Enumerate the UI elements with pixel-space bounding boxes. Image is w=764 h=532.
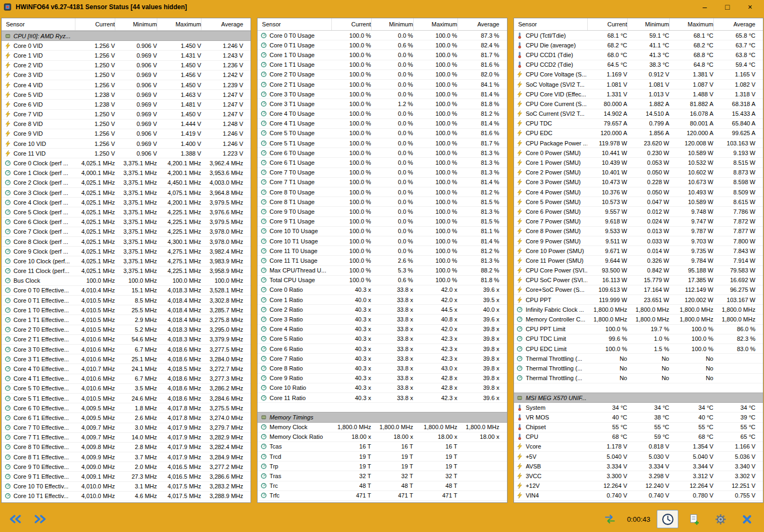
sensor-row[interactable]: Vcore1.178 V0.818 V1.354 V1.166 V <box>514 442 763 452</box>
sensor-row[interactable]: CPU Die (average)68.2 °C41.1 °C68.2 °C63… <box>514 40 763 50</box>
sensor-row[interactable]: CPU Core Power (SVI...93.500 W0.842 W95.… <box>514 266 763 276</box>
sensor-row[interactable]: Trcd19 T19 T19 T <box>258 452 506 461</box>
sensor-row[interactable]: Core 5 T0 Effective...4,010.6 MHz3.5 MHz… <box>2 384 251 394</box>
sensor-row[interactable]: Core 11 Ratio40.3 x33.8 x42.3 x39.6 x <box>258 393 506 403</box>
sensor-row[interactable]: Core 0 T0 Effective...4,010.4 MHz15.1 MH… <box>2 286 251 296</box>
sensor-row[interactable]: Core 1 T0 Usage100.0 %0.0 %100.0 %81.7 % <box>258 50 506 60</box>
sensor-row[interactable]: Core 11 Power (SMU)9.644 W0.326 W9.784 W… <box>514 256 763 265</box>
sensor-row[interactable]: Core 2 Ratio40.3 x33.8 x44.5 x40.0 x <box>258 305 506 314</box>
sensor-row[interactable]: Core 4 T0 Effective...4,010.7 MHz24.1 MH… <box>2 364 251 374</box>
sensor-row[interactable]: Memory Clock1,800.0 MHz1,800.0 MHz1,800.… <box>258 423 506 432</box>
sensor-row[interactable]: Core 1 Ratio40.0 x33.8 x42.0 x39.5 x <box>258 295 506 305</box>
section-header-row[interactable]: Memory Timings <box>258 412 506 422</box>
sensor-row[interactable]: Command Rate1 T1 T1 T <box>258 501 506 502</box>
sensor-row[interactable]: Trc48 T48 T48 T <box>258 481 506 491</box>
sensor-row[interactable]: Max CPU/Thread U...100.0 %5.3 %100.0 %88… <box>258 266 506 276</box>
sensor-row[interactable]: Total CPU Usage100.0 %0.6 %100.0 %81.8 % <box>258 276 506 285</box>
sensor-row[interactable]: Core 9 Ratio40.3 x33.8 x42.8 x39.8 x <box>258 374 506 383</box>
sensor-row[interactable]: CPU PPT119.999 W23.651 W120.002 W103.167… <box>514 295 763 305</box>
sensor-row[interactable]: Core 10 Power (SMU)9.671 W0.014 W9.735 W… <box>514 246 763 256</box>
sensor-row[interactable]: Thermal Throttling (...NoNoNo <box>514 374 763 383</box>
sensor-row[interactable]: Core 0 Power (SMU)10.441 W0.230 W10.589 … <box>514 148 763 158</box>
clock-button[interactable] <box>657 510 678 528</box>
sensor-row[interactable]: Memory Controller C...1,800.0 MHz1,800.0… <box>514 314 763 324</box>
sensor-row[interactable]: Core 7 T0 Effective...4,009.7 MHz3.0 MHz… <box>2 423 251 433</box>
sensor-row[interactable]: Core 11 T0 Effectiv...4,010.0 MHz63.2 MH… <box>2 501 251 502</box>
sensor-row[interactable]: Chipset55 °C55 °C55 °C55 °C <box>514 423 763 432</box>
sensor-row[interactable]: Core 0 Ratio40.3 x33.8 x42.0 x39.6 x <box>258 285 506 295</box>
sensor-row[interactable]: Tcas16 T16 T16 T <box>258 442 506 452</box>
sensor-row[interactable]: SoC Voltage (SVI2 T...1.081 V1.081 V1.08… <box>514 80 763 89</box>
sensor-row[interactable]: Core 4 Clock (perf ...4,025.1 MHz3,375.1… <box>2 198 251 207</box>
sensor-row[interactable]: Core 9 T1 Usage100.0 %0.0 %100.0 %81.5 % <box>258 217 506 227</box>
sensor-row[interactable]: Core 1 T1 Usage100.0 %0.0 %100.0 %81.6 % <box>258 60 506 70</box>
sensor-row[interactable]: CPU TDC79.657 A0.799 A80.001 A65.840 A <box>514 119 763 129</box>
sensor-row[interactable]: Core 11 Clock (perf...4,025.1 MHz3,375.1… <box>2 267 251 276</box>
sensor-row[interactable]: Core 3 T1 Usage100.0 %1.2 %100.0 %81.8 % <box>258 99 506 109</box>
sensor-row[interactable]: Trp19 T19 T19 T <box>258 461 506 471</box>
titlebar[interactable]: HWiNFO64 v6.27-4181 Sensor Status [44 va… <box>0 0 764 14</box>
sensor-row[interactable]: 3VSB3.334 V3.334 V3.334 V3.334 V <box>514 501 763 502</box>
sensor-row[interactable]: CPU EDC Limit100.0 %1.5 %100.0 %83.0 % <box>514 344 763 354</box>
section-header-row[interactable]: MSI MEG X570 UNIF... <box>514 393 763 403</box>
sensor-row[interactable]: Core 7 T1 Effective...4,009.7 MHz14.0 MH… <box>2 433 251 443</box>
sensor-row[interactable]: Core 7 Power (SMU)9.618 W0.024 W9.747 W7… <box>514 217 763 227</box>
sensor-row[interactable]: Core 0 VID1.256 V0.906 V1.450 V1.246 V <box>2 41 251 51</box>
sensor-row[interactable]: Core 3 T0 Effective...4,010.6 MHz6.7 MHz… <box>2 345 251 354</box>
sensor-row[interactable]: Core 8 T1 Usage100.0 %0.0 %100.0 %81.5 % <box>258 197 506 207</box>
sensor-row[interactable]: Bus Clock100.0 MHz100.0 MHz100.0 MHz100.… <box>2 276 251 286</box>
sensor-row[interactable]: Core 1 VID1.256 V0.969 V1.431 V1.243 V <box>2 51 251 60</box>
sensor-row[interactable]: Core 7 T1 Usage100.0 %0.0 %100.0 %81.4 % <box>258 178 506 187</box>
sensor-row[interactable]: Core 4 VID1.256 V0.906 V1.450 V1.239 V <box>2 80 251 90</box>
sensor-row[interactable]: CPU Core Voltage (S...1.169 V0.912 V1.38… <box>514 70 763 80</box>
sensor-row[interactable]: Core 10 T1 Effectiv...4,010.0 MHz4.6 MHz… <box>2 492 251 501</box>
sensor-row[interactable]: Core 9 T0 Usage100.0 %0.0 %100.0 %81.3 % <box>258 207 506 216</box>
sensor-row[interactable]: Core 7 Ratio40.3 x33.8 x42.3 x39.8 x <box>258 354 506 363</box>
sensor-row[interactable]: Core 7 VID1.250 V0.969 V1.450 V1.247 V <box>2 110 251 120</box>
sensor-row[interactable]: Core 6 T1 Usage100.0 %0.0 %100.0 %81.3 % <box>258 158 506 167</box>
sensor-row[interactable]: Core 0 T1 Usage100.0 %0.6 %100.0 %82.4 % <box>258 40 506 50</box>
sensor-row[interactable]: VIN40.740 V0.740 V0.780 V0.755 V <box>514 491 763 501</box>
sensor-row[interactable]: Core 0 Clock (perf ...4,025.1 MHz3,375.1… <box>2 158 251 168</box>
sensor-row[interactable]: Core 5 T1 Usage100.0 %0.0 %100.0 %81.7 % <box>258 138 506 148</box>
sensor-row[interactable]: AVSB3.334 V3.334 V3.344 V3.340 V <box>514 461 763 471</box>
sensor-row[interactable]: Core 2 T1 Effective...4,010.6 MHz54.6 MH… <box>2 335 251 345</box>
sensor-row[interactable]: Core 4 Ratio40.3 x33.8 x42.0 x39.8 x <box>258 325 506 334</box>
sensor-row[interactable]: Core 5 VID1.238 V0.969 V1.463 V1.247 V <box>2 90 251 100</box>
sensor-row[interactable]: Core 0 T0 Usage100.0 %0.0 %100.0 %87.3 % <box>258 31 506 40</box>
sensor-row[interactable]: Core 5 T0 Usage100.0 %0.0 %100.0 %81.6 % <box>258 129 506 138</box>
sensor-row[interactable]: Core 8 Ratio40.3 x33.8 x43.0 x39.8 x <box>258 363 506 373</box>
sensor-row[interactable]: Core 4 T1 Effective...4,010.6 MHz6.7 MHz… <box>2 374 251 384</box>
sensor-row[interactable]: Core 10 T0 Effectiv...4,010.0 MHz3.1 MHz… <box>2 482 251 492</box>
logging-button[interactable] <box>683 510 705 528</box>
sensor-row[interactable]: Core 8 T1 Effective...4,009.9 MHz3.7 MHz… <box>2 452 251 462</box>
sensor-row[interactable]: Core 11 T0 Usage100.0 %0.0 %100.0 %81.2 … <box>258 246 506 256</box>
sensor-row[interactable]: Core 1 Power (SMU)10.439 W0.053 W10.532 … <box>514 158 763 167</box>
collapse-columns-button[interactable] <box>4 510 26 528</box>
sensor-row[interactable]: Thermal Throttling (...NoNoNo <box>514 363 763 373</box>
sensor-row[interactable]: Memory Clock Ratio18.00 x18.00 x18.00 x1… <box>258 432 506 442</box>
sensor-row[interactable]: Core 3 T0 Usage100.0 %0.0 %100.0 %81.4 % <box>258 89 506 99</box>
sensor-row[interactable]: Core 5 T1 Effective...4,010.5 MHz24.6 MH… <box>2 394 251 403</box>
close-sensors-button[interactable] <box>736 510 758 528</box>
sensor-row[interactable]: Core 2 T1 Usage100.0 %0.0 %100.0 %84.1 % <box>258 80 506 89</box>
sensor-row[interactable]: Core 5 Clock (perf ...4,025.1 MHz3,375.1… <box>2 207 251 217</box>
sensor-row[interactable]: Core 8 T0 Usage100.0 %0.0 %100.0 %81.2 % <box>258 187 506 197</box>
sensor-row[interactable]: 3VCC3.300 V3.298 V3.312 V3.302 V <box>514 471 763 481</box>
sensor-row[interactable]: Core 5 Ratio40.3 x33.8 x42.3 x39.8 x <box>258 334 506 344</box>
sensor-row[interactable]: Core 4 Power (SMU)10.376 W0.050 W10.493 … <box>514 187 763 197</box>
sensor-row[interactable]: Core 1 Clock (perf ...4,000.1 MHz3,375.1… <box>2 169 251 178</box>
sensor-row[interactable]: CPU EDC120.000 A1.856 A120.000 A99.625 A <box>514 129 763 138</box>
sensor-row[interactable]: Core 1 T1 Effective...4,010.5 MHz2.9 MHz… <box>2 315 251 325</box>
expand-columns-button[interactable] <box>29 510 51 528</box>
sensor-row[interactable]: CPU TDC Limit99.6 %1.0 %100.0 %82.3 % <box>514 334 763 344</box>
sensor-row[interactable]: System34 °C34 °C34 °C34 °C <box>514 403 763 412</box>
sensor-row[interactable]: Core 3 VID1.250 V0.969 V1.456 V1.242 V <box>2 71 251 80</box>
sensor-row[interactable]: +5V5.040 V5.030 V5.040 V5.036 V <box>514 452 763 461</box>
sensor-row[interactable]: Core 4 T0 Usage100.0 %0.0 %100.0 %81.2 % <box>258 109 506 119</box>
sensor-row[interactable]: Tras32 T32 T32 T <box>258 471 506 481</box>
sensor-row[interactable]: Core 6 VID1.238 V0.969 V1.481 V1.247 V <box>2 100 251 109</box>
sensor-row[interactable]: Core 7 Clock (perf ...4,025.1 MHz3,375.1… <box>2 227 251 237</box>
sensor-row[interactable]: VR MOS40 °C38 °C40 °C39 °C <box>514 412 763 422</box>
sensor-row[interactable]: Core 6 Power (SMU)9.557 W0.012 W9.748 W7… <box>514 207 763 216</box>
